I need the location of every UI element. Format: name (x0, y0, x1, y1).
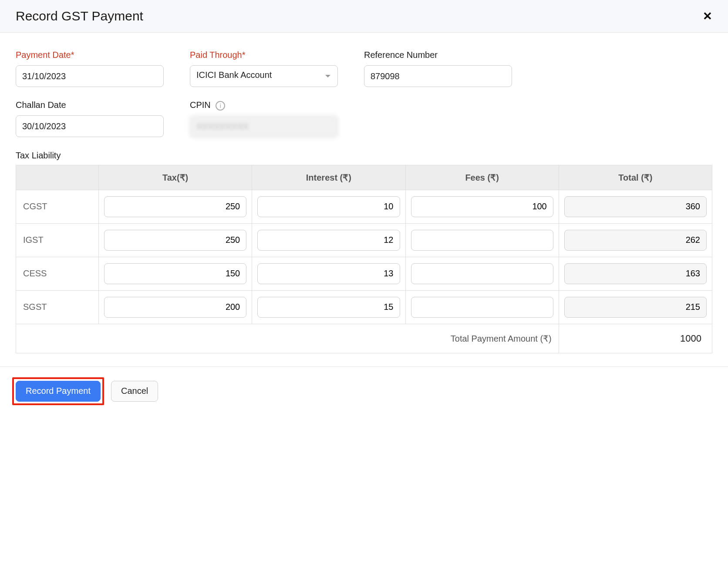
cess-fees-input[interactable] (411, 263, 553, 284)
sgst-interest-input[interactable] (257, 297, 400, 318)
cgst-fees-input[interactable] (411, 196, 553, 217)
table-footer-row: Total Payment Amount (₹) 1000 (16, 324, 712, 353)
paid-through-select[interactable]: ICICI Bank Account (190, 65, 338, 87)
igst-fees-input[interactable] (411, 230, 553, 251)
igst-tax-input[interactable] (104, 230, 246, 251)
table-row: CGST (16, 190, 712, 223)
paid-through-select-wrapper: ICICI Bank Account (190, 65, 338, 87)
payment-date-label: Payment Date* (16, 50, 164, 60)
cgst-total-input (564, 196, 707, 217)
cpin-label: CPIN i (190, 100, 338, 111)
table-body: CGST IGST CESS SGST (16, 190, 712, 353)
row-label-cgst: CGST (16, 190, 99, 223)
modal-title: Record GST Payment (16, 9, 143, 24)
challan-date-input[interactable] (16, 115, 164, 137)
col-tax: Tax(₹) (99, 165, 252, 190)
sgst-fees-input[interactable] (411, 297, 553, 318)
modal-header: Record GST Payment ✕ (0, 0, 728, 33)
form-row-1: Payment Date* Paid Through* ICICI Bank A… (16, 50, 712, 87)
row-label-sgst: SGST (16, 290, 99, 324)
cancel-button[interactable]: Cancel (111, 381, 158, 402)
challan-date-group: Challan Date (16, 100, 164, 138)
payment-date-group: Payment Date* (16, 50, 164, 87)
paid-through-group: Paid Through* ICICI Bank Account (190, 50, 338, 87)
table-row: SGST (16, 290, 712, 324)
total-payment-value: 1000 (559, 324, 712, 353)
reference-number-group: Reference Number (364, 50, 512, 87)
cpin-input[interactable] (190, 116, 338, 138)
cess-total-input (564, 263, 707, 284)
cess-interest-input[interactable] (257, 263, 400, 284)
reference-number-input[interactable] (364, 65, 512, 87)
record-payment-button[interactable]: Record Payment (16, 381, 101, 402)
igst-interest-input[interactable] (257, 230, 400, 251)
reference-number-label: Reference Number (364, 50, 512, 60)
paid-through-label: Paid Through* (190, 50, 338, 60)
tax-liability-table: Tax(₹) Interest (₹) Fees (₹) Total (₹) C… (16, 165, 712, 353)
sgst-tax-input[interactable] (104, 297, 246, 318)
total-payment-label: Total Payment Amount (₹) (16, 324, 559, 353)
cgst-tax-input[interactable] (104, 196, 246, 217)
igst-total-input (564, 230, 707, 251)
col-fees: Fees (₹) (405, 165, 559, 190)
cgst-interest-input[interactable] (257, 196, 400, 217)
cpin-group: CPIN i (190, 100, 338, 138)
cess-tax-input[interactable] (104, 263, 246, 284)
form-row-2: Challan Date CPIN i (16, 100, 712, 138)
row-label-cess: CESS (16, 257, 99, 290)
col-total: Total (₹) (559, 165, 712, 190)
table-row: IGST (16, 223, 712, 257)
col-blank (16, 165, 99, 190)
col-interest: Interest (₹) (252, 165, 405, 190)
modal-footer: Record Payment Cancel (0, 366, 728, 416)
table-header-row: Tax(₹) Interest (₹) Fees (₹) Total (₹) (16, 165, 712, 190)
highlight-box: Record Payment (12, 377, 104, 405)
close-icon[interactable]: ✕ (703, 10, 712, 22)
tax-liability-label: Tax Liability (16, 151, 712, 161)
table-row: CESS (16, 257, 712, 290)
modal-body: Payment Date* Paid Through* ICICI Bank A… (0, 33, 728, 366)
payment-date-input[interactable] (16, 65, 164, 87)
row-label-igst: IGST (16, 223, 99, 257)
info-icon[interactable]: i (216, 101, 225, 111)
sgst-total-input (564, 297, 707, 318)
challan-date-label: Challan Date (16, 100, 164, 110)
cpin-label-text: CPIN (190, 100, 211, 110)
